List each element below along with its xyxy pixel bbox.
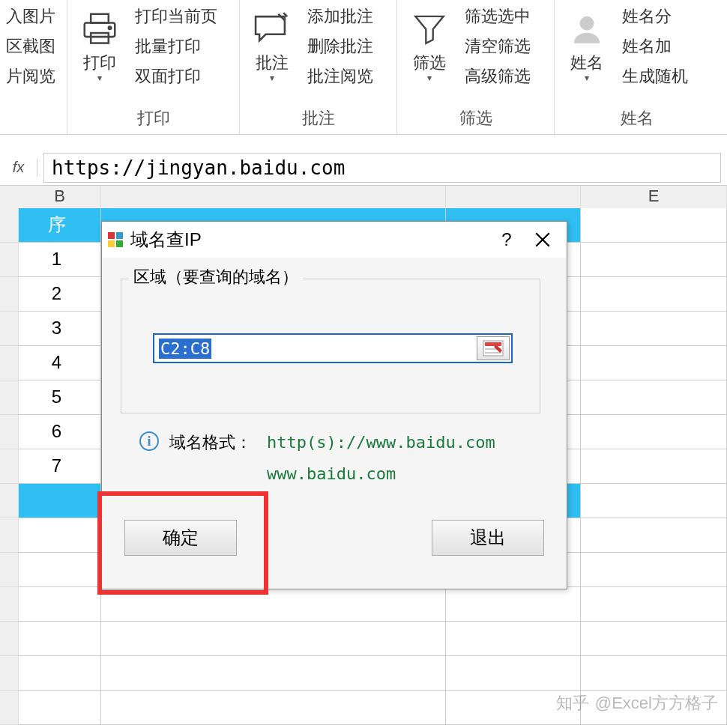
cell[interactable]: 7	[19, 449, 101, 484]
fx-label[interactable]: fx	[0, 159, 37, 176]
cell[interactable]	[101, 587, 446, 622]
cell[interactable]	[101, 691, 446, 725]
svg-point-4	[580, 16, 594, 31]
cell[interactable]	[581, 622, 727, 656]
range-input[interactable]: C2:C8	[154, 339, 477, 358]
col-header-e[interactable]: E	[581, 186, 727, 208]
watermark-brand: 知乎	[556, 692, 589, 715]
cell[interactable]	[19, 484, 101, 518]
print-button[interactable]: 打印 ▾	[73, 4, 126, 83]
name-button[interactable]: 姓名 ▾	[561, 4, 613, 83]
formula-bar: fx https://jingyan.baidu.com	[0, 150, 727, 186]
cell[interactable]	[19, 587, 101, 622]
quit-button[interactable]: 退出	[432, 520, 544, 556]
cell[interactable]	[19, 622, 101, 656]
ribbon-item[interactable]: 入图片	[6, 5, 55, 28]
ribbon-item[interactable]: 清空筛选	[465, 35, 531, 58]
cell[interactable]	[581, 312, 727, 346]
range-fieldset: 区域（要查询的域名） C2:C8	[121, 279, 540, 413]
cell[interactable]	[581, 587, 727, 622]
group-label-filter: 筛选	[403, 107, 548, 130]
name-label: 姓名	[570, 52, 603, 74]
cell[interactable]	[101, 622, 446, 656]
ribbon-item[interactable]: 姓名加	[622, 35, 688, 58]
ribbon-item[interactable]: 区截图	[6, 35, 55, 58]
printer-icon	[76, 8, 124, 50]
cell[interactable]	[581, 449, 727, 484]
cell[interactable]	[581, 243, 727, 277]
cell[interactable]: 3	[19, 312, 101, 346]
ribbon-item[interactable]: 打印当前页	[135, 5, 217, 28]
svg-rect-2	[91, 33, 109, 43]
watermark-author: @Excel方方格子	[595, 692, 718, 715]
group-label-annotate: 批注	[246, 107, 390, 130]
ribbon-item[interactable]: 高级筛选	[465, 65, 531, 88]
cell[interactable]	[446, 622, 581, 656]
svg-rect-8	[116, 240, 123, 247]
watermark: 知乎 @Excel方方格子	[556, 692, 718, 715]
ribbon-item[interactable]: 筛选选中	[465, 5, 531, 28]
cell[interactable]	[581, 656, 727, 691]
cell[interactable]	[581, 553, 727, 587]
ribbon-item[interactable]: 删除批注	[307, 35, 373, 58]
close-button[interactable]	[525, 225, 561, 255]
ribbon-item[interactable]: 批注阅览	[307, 65, 373, 88]
header-cell[interactable]: 序	[19, 208, 101, 243]
group-label-print: 打印	[73, 107, 233, 130]
col-header-d[interactable]	[446, 186, 581, 208]
ribbon-item[interactable]: 添加批注	[307, 5, 373, 28]
cell[interactable]	[581, 208, 727, 243]
cell[interactable]	[19, 656, 101, 691]
range-picker-icon	[483, 340, 504, 357]
cell[interactable]: 6	[19, 415, 101, 449]
cell[interactable]	[581, 346, 727, 380]
ribbon-item[interactable]: 片阅览	[6, 65, 55, 88]
cell[interactable]	[581, 484, 727, 518]
formula-input[interactable]: https://jingyan.baidu.com	[43, 153, 721, 183]
cell[interactable]: 1	[19, 243, 101, 277]
hint-example: www.baidu.com	[267, 464, 495, 483]
cell[interactable]: 4	[19, 346, 101, 380]
range-input-wrap: C2:C8	[153, 333, 513, 363]
cell[interactable]	[19, 691, 101, 725]
ok-button[interactable]: 确定	[124, 520, 237, 556]
cell[interactable]	[19, 518, 101, 553]
svg-rect-0	[91, 14, 109, 23]
fieldset-label: 区域（要查询的域名）	[129, 266, 303, 288]
cell[interactable]	[19, 553, 101, 587]
svg-rect-10	[485, 342, 501, 346]
svg-point-3	[109, 27, 111, 29]
cell[interactable]	[581, 415, 727, 449]
cell[interactable]	[446, 587, 581, 622]
comment-icon	[248, 8, 296, 50]
hint-label: 域名格式：	[169, 431, 252, 454]
chevron-down-icon: ▾	[97, 73, 102, 83]
range-picker-button[interactable]	[477, 336, 510, 360]
cell[interactable]	[101, 656, 446, 691]
filter-label: 筛选	[413, 52, 446, 74]
cell[interactable]	[581, 277, 727, 312]
help-button[interactable]: ?	[489, 225, 525, 255]
filter-button[interactable]: 筛选 ▾	[403, 4, 456, 83]
ribbon-item[interactable]: 生成随机	[622, 65, 688, 88]
col-header-b[interactable]: B	[19, 186, 101, 208]
ribbon: 入图片 区截图 片阅览 打印 ▾	[0, 0, 727, 135]
print-label: 打印	[83, 52, 116, 74]
chevron-down-icon: ▾	[270, 73, 274, 83]
dialog-title: 域名查IP	[130, 228, 489, 252]
cell[interactable]: 5	[19, 380, 101, 415]
cell[interactable]: 2	[19, 277, 101, 312]
ribbon-item[interactable]: 批量打印	[135, 35, 217, 58]
svg-rect-5	[108, 232, 115, 239]
col-header-c[interactable]	[101, 186, 446, 208]
ribbon-item[interactable]: 双面打印	[135, 65, 217, 88]
ribbon-item[interactable]: 姓名分	[622, 5, 688, 28]
chevron-down-icon: ▾	[427, 73, 432, 83]
annotate-button[interactable]: 批注 ▾	[246, 4, 298, 83]
close-icon	[534, 231, 551, 248]
cell[interactable]	[446, 656, 581, 691]
chevron-down-icon: ▾	[585, 73, 589, 83]
cell[interactable]	[581, 518, 727, 553]
svg-rect-6	[116, 232, 123, 239]
cell[interactable]	[581, 380, 727, 415]
